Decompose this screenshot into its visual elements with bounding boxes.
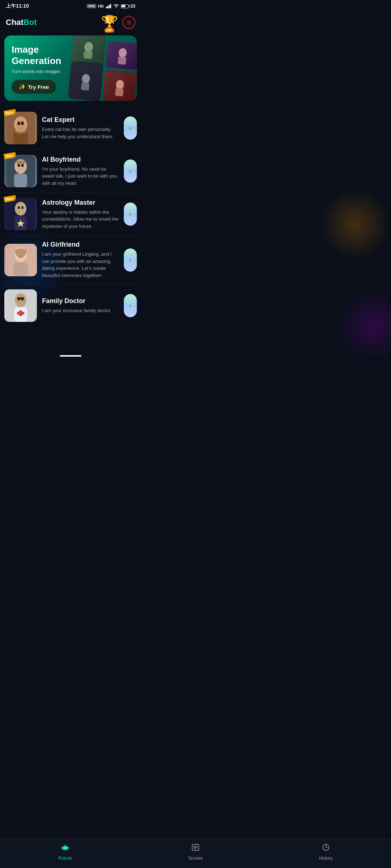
- chevron-cat[interactable]: ›: [124, 116, 137, 140]
- bot-avatar-astrology: [4, 198, 37, 230]
- battery-icon: [121, 4, 129, 8]
- svg-point-4: [128, 22, 130, 24]
- bot-name-cat: Cat Expert: [42, 116, 119, 124]
- status-icons: VPN HD 23: [87, 4, 135, 9]
- nav-indicator: [60, 355, 81, 357]
- svg-point-28: [18, 206, 20, 209]
- svg-rect-1: [107, 6, 108, 8]
- svg-rect-2: [109, 5, 110, 8]
- cat-expert-avatar-img: [6, 112, 35, 144]
- svg-rect-42: [17, 297, 24, 299]
- boyfriend-avatar-img: [6, 155, 35, 187]
- vip-button[interactable]: 🏆 VIP: [101, 14, 118, 31]
- bot-info-astrology: Astrology Master Your destiny is hidden …: [42, 199, 119, 230]
- bot-desc-doctor: I am your exclusive family doctor.: [42, 307, 119, 314]
- bot-avatar-doctor: [4, 289, 37, 322]
- bot-avatar-wrap-astrology: New: [4, 198, 37, 230]
- bot-avatar-girlfriend: [4, 244, 37, 276]
- bot-avatar-wrap-cat: New: [4, 112, 37, 144]
- svg-point-15: [16, 120, 25, 131]
- girlfriend-avatar-img: [6, 244, 35, 276]
- svg-rect-25: [16, 161, 25, 164]
- bot-name-astrology: Astrology Master: [42, 199, 119, 207]
- doctor-avatar-img: [6, 289, 35, 322]
- bot-desc-cat: Every cat has its own personality. Let m…: [42, 126, 119, 140]
- logo-white: Chat: [6, 18, 24, 27]
- svg-point-39: [15, 293, 26, 307]
- chevron-doctor[interactable]: ›: [124, 294, 137, 317]
- svg-rect-3: [110, 4, 111, 8]
- bot-name-girlfriend: AI Girlfriend: [42, 241, 119, 248]
- vpn-badge: VPN: [87, 4, 96, 8]
- bot-item-cat-expert[interactable]: New Cat Expert Every cat has its own per…: [4, 107, 137, 150]
- try-free-label: Try Free: [28, 84, 49, 90]
- banner-subtitle: Turn words into images: [12, 69, 130, 74]
- bot-list: New Cat Expert Every cat has its own per…: [0, 107, 141, 327]
- vip-label: VIP: [105, 28, 114, 33]
- signal-icon: [106, 4, 112, 8]
- bot-info-cat: Cat Expert Every cat has its own persona…: [42, 116, 119, 140]
- bot-avatar-cat: [4, 112, 37, 144]
- svg-point-32: [20, 222, 22, 224]
- bot-avatar-boyfriend: [4, 155, 37, 187]
- bot-item-family-doctor[interactable]: Family Doctor I am your exclusive family…: [4, 284, 137, 327]
- svg-rect-24: [14, 174, 27, 187]
- bot-item-astrology[interactable]: New Astrology Master Your destiny is hid…: [4, 193, 137, 236]
- bot-avatar-wrap-girlfriend: [4, 244, 37, 276]
- hd-badge: HD: [98, 4, 104, 8]
- try-free-button[interactable]: ✨ Try Free: [12, 80, 56, 94]
- bot-name-doctor: Family Doctor: [42, 297, 119, 305]
- status-time: 上午11:10: [6, 3, 29, 9]
- chevron-astrology[interactable]: ›: [124, 203, 137, 226]
- bot-avatar-wrap-boyfriend: New: [4, 155, 37, 187]
- bot-info-boyfriend: AI Boyfriend I'm your boyfriend. No need…: [42, 156, 119, 187]
- logo-green: Bot: [24, 18, 37, 27]
- battery-fill: [122, 5, 125, 7]
- try-free-icon: ✨: [19, 84, 26, 90]
- banner-title: ImageGeneration: [12, 44, 130, 67]
- wifi-icon: [113, 4, 119, 8]
- svg-point-29: [21, 206, 24, 209]
- svg-point-19: [15, 129, 26, 134]
- svg-point-17: [21, 122, 24, 125]
- status-bar: 上午11:10 VPN HD 23: [0, 0, 141, 11]
- bot-desc-astrology: Your destiny is hidden within the conste…: [42, 209, 119, 230]
- bot-item-ai-girlfriend[interactable]: AI Girlfriend I am your girlfriend Lingl…: [4, 236, 137, 284]
- svg-point-9: [81, 73, 90, 84]
- header-actions: 🏆 VIP: [101, 14, 135, 31]
- svg-point-27: [15, 202, 26, 216]
- svg-rect-45: [17, 312, 24, 315]
- bot-desc-girlfriend: I am your girlfriend Lingling, and I can…: [42, 251, 119, 279]
- bot-info-girlfriend: AI Girlfriend I am your girlfriend Lingl…: [42, 241, 119, 279]
- chevron-boyfriend[interactable]: ›: [124, 159, 137, 183]
- svg-point-11: [115, 80, 124, 90]
- header: ChatBot 🏆 VIP: [0, 11, 141, 35]
- bot-desc-boyfriend: I'm your boyfriend. No need for sweet ta…: [42, 166, 119, 187]
- chevron-girlfriend[interactable]: ›: [124, 248, 137, 272]
- app-logo: ChatBot: [6, 18, 37, 27]
- image-generation-banner[interactable]: ImageGeneration Turn words into images ✨…: [4, 35, 137, 101]
- banner-img-3: [68, 61, 104, 101]
- bot-info-doctor: Family Doctor I am your exclusive family…: [42, 297, 119, 314]
- battery-level: 23: [131, 4, 135, 9]
- svg-point-16: [17, 122, 20, 125]
- svg-rect-0: [106, 7, 107, 8]
- svg-rect-10: [81, 82, 89, 90]
- settings-button[interactable]: [122, 16, 135, 29]
- bot-item-ai-boyfriend[interactable]: New AI Boyfriend I'm your boyfriend. No …: [4, 150, 137, 193]
- astrology-avatar-img: [6, 198, 35, 230]
- bot-avatar-wrap-doctor: [4, 289, 37, 322]
- settings-icon: [126, 19, 132, 26]
- svg-rect-37: [13, 263, 28, 276]
- bot-name-boyfriend: AI Boyfriend: [42, 156, 119, 163]
- svg-rect-12: [115, 88, 124, 97]
